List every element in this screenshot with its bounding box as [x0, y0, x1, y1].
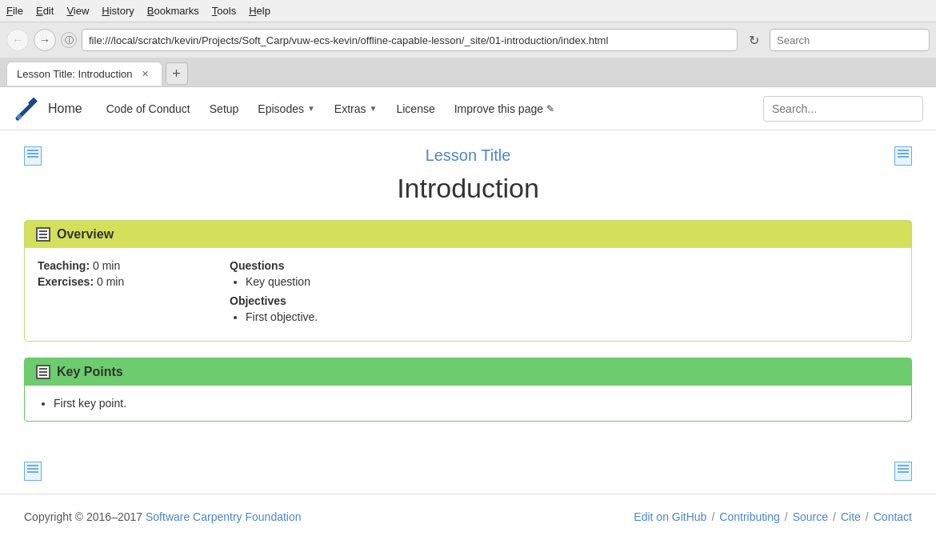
- overview-title: Overview: [57, 227, 114, 242]
- extras-dropdown-arrow: ▼: [370, 104, 378, 113]
- page-footer: Copyright © 2016–2017 Software Carpentry…: [0, 494, 936, 539]
- nav-link-episodes-label: Episodes: [258, 102, 304, 115]
- sep-3: /: [833, 510, 836, 523]
- page-nav-links: Code of Conduct Setup Episodes ▼ Extras …: [98, 98, 763, 120]
- episodes-dropdown-arrow: ▼: [307, 104, 315, 113]
- keypoints-header: Key Points: [25, 358, 911, 386]
- logo-icon: [13, 94, 42, 123]
- footer-next-icon[interactable]: [894, 462, 912, 481]
- menu-edit[interactable]: Edit: [36, 5, 54, 17]
- lesson-title-row: Lesson Title: [24, 146, 912, 165]
- keypoint-item: First key point.: [54, 397, 898, 410]
- svg-point-2: [17, 114, 22, 119]
- nav-link-improve[interactable]: Improve this page ✎: [446, 98, 562, 120]
- main-content: Lesson Title Introduction Overview Teach…: [0, 130, 936, 462]
- page-search-input[interactable]: [763, 96, 923, 122]
- address-bar[interactable]: [82, 29, 738, 51]
- footer-source-link[interactable]: Source: [793, 510, 828, 523]
- keypoints-box: Key Points First key point.: [24, 358, 912, 422]
- footer-nav-row: [0, 462, 936, 494]
- nav-link-extras[interactable]: Extras ▼: [326, 98, 386, 120]
- objective-item: First objective.: [246, 310, 318, 323]
- browser-tab[interactable]: Lesson Title: Introduction ✕: [6, 62, 162, 86]
- keypoints-icon: [36, 365, 50, 379]
- sep-2: /: [785, 510, 788, 523]
- menu-tools[interactable]: Tools: [212, 5, 236, 17]
- os-menubar: File Edit View History Bookmarks Tools H…: [0, 0, 936, 22]
- copyright-text: Copyright © 2016–2017: [24, 510, 142, 523]
- tab-bar: Lesson Title: Introduction ✕ +: [0, 58, 936, 86]
- page-heading: Introduction: [24, 173, 912, 204]
- prev-nav-icon[interactable]: [24, 146, 42, 166]
- sep-4: /: [866, 510, 869, 523]
- footer-copyright: Copyright © 2016–2017 Software Carpentry…: [24, 510, 302, 523]
- exercises-label: Exercises:: [38, 275, 94, 288]
- objectives-title: Objectives: [230, 294, 318, 307]
- exercises-value: 0 min: [97, 275, 124, 288]
- keypoints-body: First key point.: [25, 386, 911, 421]
- question-item: Key question: [246, 275, 318, 288]
- menu-history[interactable]: History: [102, 5, 134, 17]
- nav-bar: ← → ⓘ ↻: [0, 22, 936, 58]
- improve-label: Improve this page: [454, 102, 543, 115]
- browser-chrome: ← → ⓘ ↻ Lesson Title: Introduction ✕ +: [0, 22, 936, 87]
- objectives-list: First objective.: [230, 310, 318, 323]
- tab-title: Lesson Title: Introduction: [17, 68, 133, 80]
- keypoints-title: Key Points: [57, 365, 123, 379]
- teaching-value: 0 min: [93, 259, 120, 272]
- keypoints-list: First key point.: [38, 397, 898, 410]
- footer-cite-link[interactable]: Cite: [841, 510, 861, 523]
- improve-icon: ✎: [546, 103, 554, 114]
- overview-body: Teaching: 0 min Exercises: 0 min Questio…: [25, 248, 911, 341]
- new-tab-button[interactable]: +: [166, 62, 188, 85]
- footer-links: Edit on GitHub / Contributing / Source /…: [634, 510, 912, 523]
- footer-org-link[interactable]: Software Carpentry Foundation: [146, 510, 302, 523]
- menu-file[interactable]: File: [6, 5, 23, 17]
- page-navbar: Home Code of Conduct Setup Episodes ▼ Ex…: [0, 87, 936, 130]
- overview-header: Overview: [25, 221, 911, 248]
- questions-list: Key question: [230, 275, 318, 288]
- overview-icon: [36, 227, 50, 242]
- menu-bookmarks[interactable]: Bookmarks: [147, 5, 199, 17]
- menu-help[interactable]: Help: [249, 5, 270, 17]
- forward-button[interactable]: →: [34, 29, 56, 51]
- info-icon[interactable]: ⓘ: [61, 32, 77, 48]
- nav-link-setup[interactable]: Setup: [202, 98, 247, 120]
- back-button[interactable]: ←: [6, 29, 29, 51]
- teaching-label: Teaching:: [38, 259, 90, 272]
- sep-1: /: [711, 510, 714, 523]
- footer-edit-link[interactable]: Edit on GitHub: [634, 510, 706, 523]
- logo-area: Home: [13, 94, 82, 123]
- teaching-time: Teaching: 0 min: [38, 259, 198, 272]
- overview-box: Overview Teaching: 0 min Exercises: 0 mi…: [24, 220, 912, 342]
- exercises-time: Exercises: 0 min: [38, 275, 198, 288]
- nav-link-episodes[interactable]: Episodes ▼: [250, 98, 323, 120]
- footer-contact-link[interactable]: Contact: [874, 510, 912, 523]
- browser-search-input[interactable]: [770, 29, 930, 51]
- tab-close-button[interactable]: ✕: [139, 68, 152, 81]
- home-link[interactable]: Home: [48, 102, 82, 116]
- questions-title: Questions: [230, 259, 318, 272]
- footer-contributing-link[interactable]: Contributing: [719, 510, 780, 523]
- nav-link-code-of-conduct[interactable]: Code of Conduct: [98, 98, 198, 120]
- footer-prev-icon[interactable]: [24, 462, 42, 481]
- nav-link-extras-label: Extras: [334, 102, 366, 115]
- overview-timing: Teaching: 0 min Exercises: 0 min: [38, 259, 198, 330]
- lesson-title: Lesson Title: [426, 146, 511, 165]
- overview-qo: Questions Key question Objectives First …: [230, 259, 318, 330]
- menu-view[interactable]: View: [66, 5, 89, 17]
- reload-button[interactable]: ↻: [742, 29, 765, 51]
- next-nav-icon[interactable]: [894, 146, 912, 166]
- nav-link-license[interactable]: License: [388, 98, 442, 120]
